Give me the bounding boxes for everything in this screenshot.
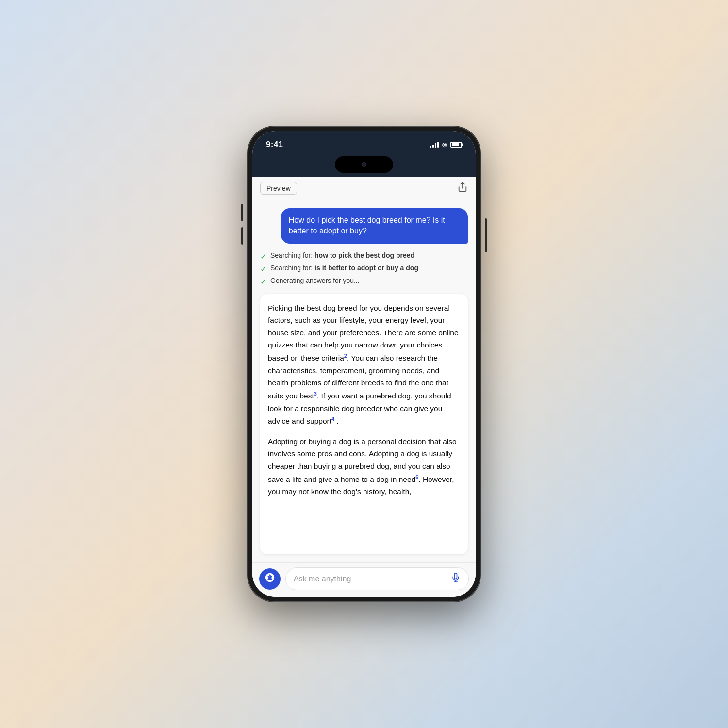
step-text-3: Generating answers for you... bbox=[270, 277, 360, 284]
check-icon-3: ✓ bbox=[260, 277, 266, 286]
signal-icon bbox=[430, 142, 439, 148]
chat-area: How do I pick the best dog breed for me?… bbox=[252, 200, 476, 562]
wifi-icon: ⊜ bbox=[442, 141, 447, 149]
preview-button[interactable]: Preview bbox=[260, 182, 297, 195]
answer-p1-text4: . bbox=[334, 417, 339, 425]
status-bar: 9:41 ⊜ bbox=[252, 131, 476, 156]
step-query-2: is it better to adopt or buy a dog bbox=[314, 264, 418, 272]
power-button[interactable] bbox=[485, 218, 487, 252]
copilot-button[interactable] bbox=[259, 568, 281, 590]
status-time: 9:41 bbox=[266, 140, 283, 149]
search-steps: ✓ Searching for: how to pick the best do… bbox=[260, 249, 468, 288]
phone-screen: 9:41 ⊜ Preview bbox=[252, 131, 476, 597]
share-icon[interactable] bbox=[457, 182, 468, 195]
step-generating: Generating answers for you... bbox=[270, 277, 360, 284]
copilot-icon bbox=[265, 572, 275, 585]
app-header: Preview bbox=[252, 177, 476, 200]
step-text-2: Searching for: is it better to adopt or … bbox=[270, 264, 418, 272]
input-bar: Ask me anything bbox=[252, 562, 476, 597]
answer-card: Picking the best dog breed for you depen… bbox=[260, 294, 468, 554]
answer-paragraph-1: Picking the best dog breed for you depen… bbox=[268, 302, 460, 428]
input-placeholder: Ask me anything bbox=[294, 575, 447, 583]
input-field-wrap[interactable]: Ask me anything bbox=[285, 567, 469, 590]
answer-paragraph-2: Adopting or buying a dog is a personal d… bbox=[268, 435, 460, 498]
search-step-1: ✓ Searching for: how to pick the best do… bbox=[260, 251, 468, 261]
status-icons: ⊜ bbox=[430, 141, 462, 149]
dynamic-island bbox=[335, 156, 393, 173]
user-message-bubble: How do I pick the best dog breed for me?… bbox=[281, 208, 468, 244]
step-prefix-2: Searching for: bbox=[270, 264, 314, 272]
phone-frame: 9:41 ⊜ Preview bbox=[248, 126, 480, 602]
step-query-1: how to pick the best dog breed bbox=[314, 251, 414, 259]
step-prefix-1: Searching for: bbox=[270, 251, 314, 259]
volume-up-button[interactable] bbox=[241, 204, 243, 221]
check-icon-1: ✓ bbox=[260, 252, 266, 261]
search-step-3: ✓ Generating answers for you... bbox=[260, 277, 468, 286]
front-camera bbox=[362, 162, 366, 167]
battery-icon bbox=[450, 142, 462, 148]
step-text-1: Searching for: how to pick the best dog … bbox=[270, 251, 414, 259]
search-step-2: ✓ Searching for: is it better to adopt o… bbox=[260, 264, 468, 274]
check-icon-2: ✓ bbox=[260, 265, 266, 274]
notch-area bbox=[252, 156, 476, 177]
volume-down-button[interactable] bbox=[241, 227, 243, 245]
mic-icon[interactable] bbox=[451, 573, 461, 585]
